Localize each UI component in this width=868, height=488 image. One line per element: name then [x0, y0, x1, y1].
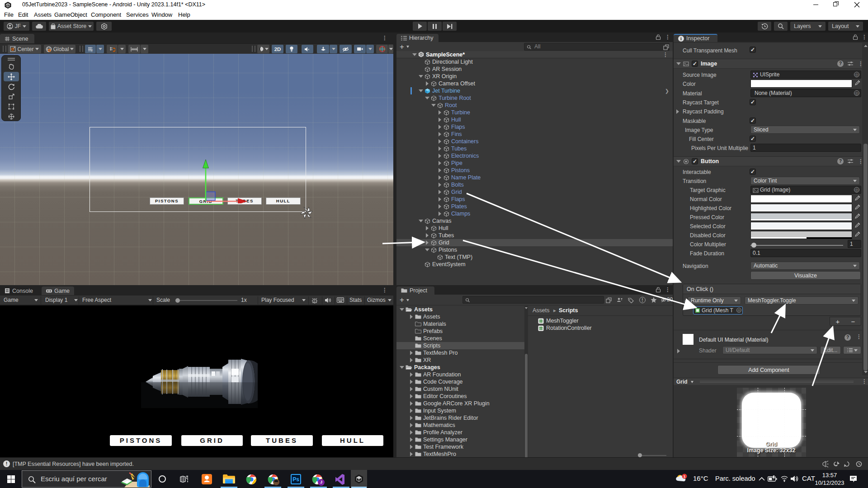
svg-text:1: 1: [684, 474, 686, 479]
svg-text:Y: Y: [91, 49, 93, 52]
svg-text:x: x: [308, 48, 309, 51]
